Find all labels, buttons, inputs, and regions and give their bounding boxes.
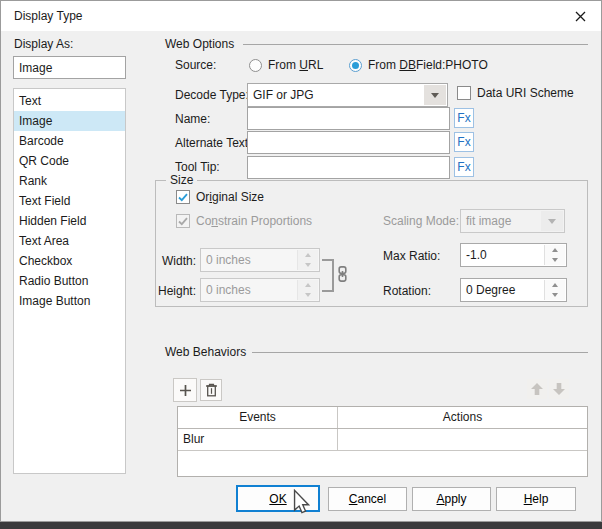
alternate-text-fx-button[interactable]: Fx [454,132,474,152]
add-behavior-button[interactable] [173,378,197,402]
name-fx-button[interactable]: Fx [454,108,474,128]
spin-up-button[interactable] [545,280,565,290]
spin-buttons [297,280,318,300]
tool-tip-fx-button[interactable]: Fx [454,157,474,177]
scaling-mode-label: Scaling Mode: [383,214,459,229]
spin-up-icon [305,253,311,257]
max-ratio-label: Max Ratio: [383,249,440,264]
list-item-qr-code[interactable]: QR Code [14,151,125,171]
table-row[interactable]: Blur [178,429,587,451]
alternate-text-label: Alternate Text: [175,136,252,151]
radio-from-url-label: From URL [268,58,323,73]
display-as-list: Text Image Barcode QR Code Rank Text Fie… [13,88,126,474]
apply-button[interactable]: Apply [412,487,491,511]
decode-type-dropdown[interactable]: GIF or JPG [247,83,448,107]
list-item-checkbox[interactable]: Checkbox [14,251,125,271]
spin-up-icon [552,248,558,252]
name-input[interactable] [247,107,450,130]
behaviors-table: Events Actions Blur [177,406,588,477]
height-label: Height: [130,284,196,299]
source-label: Source: [175,58,216,73]
list-item-text-area[interactable]: Text Area [14,231,125,251]
web-behaviors-heading: Web Behaviors [165,345,246,360]
tool-tip-input[interactable] [247,156,450,179]
data-uri-checkbox-row[interactable]: Data URI Scheme [457,86,574,101]
dialog-title: Display Type [14,1,82,31]
close-icon [575,11,586,22]
display-type-dialog: Display Type Display As: Text Image Barc… [0,0,602,522]
rotation-value: 0 Degree [466,283,515,297]
original-size-checkbox-row[interactable]: Original Size [176,190,264,205]
move-down-button [549,379,569,399]
trash-icon [205,383,218,397]
alternate-text-input[interactable] [247,131,450,154]
arrow-up-icon [530,382,544,396]
delete-behavior-button[interactable] [200,379,222,401]
list-item-hidden-field[interactable]: Hidden Field [14,211,125,231]
original-size-label: Original Size [196,190,264,205]
size-group-label: Size [166,174,197,187]
width-value: 0 inches [206,253,251,267]
actions-column-header: Actions [338,407,587,428]
checkbox-checked-icon [176,190,190,204]
web-options-heading: Web Options [165,37,234,52]
spin-down-icon [552,293,558,297]
link-bracket-bottom [322,290,334,292]
cancel-button[interactable]: Cancel [328,487,407,511]
width-spinner: 0 inches [200,248,320,272]
spin-buttons [297,250,318,270]
rotation-spinner[interactable]: 0 Degree [460,278,567,302]
radio-from-dbfield[interactable]: From DBField:PHOTO [349,57,488,73]
web-options-rule [243,44,588,45]
spin-down-button [298,260,318,270]
max-ratio-spinner[interactable]: -1.0 [460,243,567,267]
close-button[interactable] [571,7,589,25]
title-bar: Display Type [1,1,601,31]
link-bracket-vertical [332,259,334,292]
event-cell[interactable]: Blur [178,429,338,450]
display-as-input[interactable] [13,56,126,79]
help-button[interactable]: Help [496,487,576,511]
web-behaviors-rule [252,352,588,353]
constrain-proportions-checkbox-row: Constrain Proportions [176,214,312,229]
list-item-text[interactable]: Text [14,91,125,111]
list-item-image[interactable]: Image [14,111,125,131]
list-item-radio-button[interactable]: Radio Button [14,271,125,291]
list-item-rank[interactable]: Rank [14,171,125,191]
move-up-button [527,379,547,399]
decode-type-label: Decode Type: [175,88,249,103]
check-icon [178,217,188,226]
spin-up-button[interactable] [545,245,565,255]
checkbox-unchecked-icon [457,86,471,100]
display-as-label: Display As: [14,37,73,52]
spin-buttons [544,280,565,300]
spin-down-button [298,290,318,300]
height-spinner: 0 inches [200,278,320,302]
behaviors-table-header: Events Actions [178,407,587,429]
spin-up-icon [305,283,311,287]
chevron-down-icon [431,93,439,98]
dropdown-arrow-box [541,211,563,231]
constrain-proportions-label: Constrain Proportions [196,214,312,229]
rotation-label: Rotation: [383,284,431,299]
radio-from-url[interactable]: From URL [249,57,323,73]
chain-link-icon [338,266,347,282]
events-column-header: Events [178,407,338,428]
checkbox-checked-disabled-icon [176,214,190,228]
name-label: Name: [175,112,210,127]
action-cell[interactable] [338,429,587,450]
max-ratio-value: -1.0 [466,248,487,262]
spin-down-button[interactable] [545,255,565,265]
spin-up-button [298,250,318,260]
list-item-image-button[interactable]: Image Button [14,291,125,311]
list-item-text-field[interactable]: Text Field [14,191,125,211]
decode-type-value: GIF or JPG [253,88,314,102]
scaling-mode-dropdown: fit image [460,209,565,233]
check-icon [178,193,188,202]
list-item-barcode[interactable]: Barcode [14,131,125,151]
data-uri-label: Data URI Scheme [477,86,574,101]
spin-down-button[interactable] [545,290,565,300]
width-label: Width: [130,254,196,269]
plus-icon [179,384,192,397]
spin-down-icon [305,263,311,267]
